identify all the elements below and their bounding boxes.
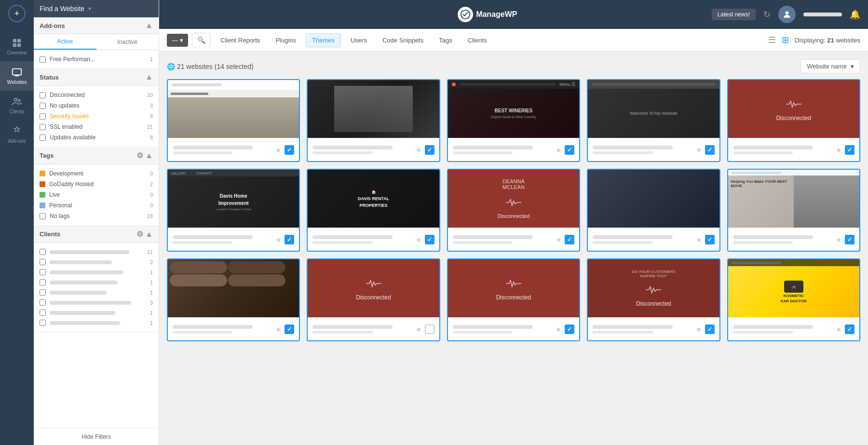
select-checkbox-9[interactable] <box>705 235 715 244</box>
status-no-updates[interactable]: No updates 3 <box>34 100 159 111</box>
website-card-1[interactable]: ★ <box>167 79 300 162</box>
website-card-11[interactable]: ★ <box>167 258 300 341</box>
select-checkbox-12[interactable] <box>425 324 434 334</box>
client-item-7[interactable]: 1 <box>34 308 159 318</box>
star-icon-12[interactable]: ★ <box>416 325 422 333</box>
clients-collapse-icon[interactable]: ▲ <box>145 230 153 239</box>
security-issues-checkbox[interactable] <box>40 113 46 120</box>
tab-code-snippets[interactable]: Code Snippets <box>377 34 429 47</box>
select-checkbox-5[interactable] <box>845 145 854 155</box>
tag-personal[interactable]: Personal 0 <box>34 200 159 211</box>
website-card-9[interactable]: ★ <box>587 169 720 252</box>
star-icon-5[interactable]: ★ <box>836 146 842 154</box>
free-performance-item[interactable]: Free Performan... 1 <box>34 54 159 65</box>
add-button[interactable]: + <box>8 5 26 22</box>
client-item-1[interactable]: 11 <box>34 247 159 257</box>
tab-tags[interactable]: Tags <box>433 34 458 47</box>
client-item-3[interactable]: 1 <box>34 267 159 277</box>
website-card-12[interactable]: Disconnected ★ <box>307 258 440 341</box>
tab-clients[interactable]: Clients <box>462 34 493 47</box>
status-section-header[interactable]: Status ▲ <box>34 69 159 86</box>
no-tags-checkbox[interactable] <box>40 213 46 219</box>
client-item-6[interactable]: 3 <box>34 297 159 308</box>
select-checkbox-11[interactable] <box>285 324 294 334</box>
select-checkbox-2[interactable] <box>425 145 434 155</box>
tab-client-reports[interactable]: Client Reports <box>215 34 266 47</box>
tab-inactive[interactable]: Inactive <box>96 34 159 50</box>
star-icon-3[interactable]: ★ <box>556 146 562 154</box>
tags-settings-icon[interactable]: ⚙ <box>136 151 143 160</box>
select-checkbox-15[interactable] <box>845 324 854 334</box>
star-icon-8[interactable]: ★ <box>556 236 562 243</box>
website-card-14[interactable]: DO YOUR CUSTOMERSINSPIRE YOU? Disconnect… <box>587 258 720 341</box>
star-icon-7[interactable]: ★ <box>416 236 422 243</box>
star-icon-10[interactable]: ★ <box>836 236 842 243</box>
tab-users[interactable]: Users <box>345 34 373 47</box>
select-checkbox-10[interactable] <box>845 235 854 244</box>
list-view-button[interactable]: ☰ <box>766 33 778 47</box>
select-checkbox-4[interactable] <box>705 145 715 155</box>
addons-section-header[interactable]: Add-ons ▲ <box>34 17 159 34</box>
star-icon-6[interactable]: ★ <box>275 236 282 243</box>
client-3-checkbox[interactable] <box>40 269 46 275</box>
user-avatar[interactable] <box>778 6 796 23</box>
website-card-6[interactable]: GALLERY CONTACT Davis Home Improvement L… <box>167 169 300 252</box>
select-checkbox-7[interactable] <box>425 235 434 244</box>
tag-godaddy[interactable]: GoDaddy Hosted 2 <box>34 179 159 189</box>
refresh-icon[interactable]: ↻ <box>763 9 771 20</box>
sidebar-item-websites[interactable]: Websites <box>0 61 34 91</box>
notifications-icon[interactable]: 🔔 <box>850 9 860 20</box>
tag-development[interactable]: Development 0 <box>34 168 159 179</box>
client-7-checkbox[interactable] <box>40 310 46 316</box>
sort-dropdown[interactable]: Website name ▾ <box>800 59 860 73</box>
star-icon-15[interactable]: ★ <box>836 325 842 333</box>
website-card-8[interactable]: DEANNAMCLEAN Disconnected ★ <box>447 169 580 252</box>
star-icon-9[interactable]: ★ <box>696 236 702 243</box>
select-checkbox-14[interactable] <box>705 324 715 334</box>
tag-live[interactable]: Live 0 <box>34 189 159 200</box>
select-checkbox-3[interactable] <box>565 145 574 155</box>
tab-active[interactable]: Active <box>34 34 96 50</box>
sidebar-item-addons[interactable]: Add-ons <box>0 120 34 149</box>
status-ssl-enabled[interactable]: SSL enabled 21 <box>34 121 159 132</box>
tab-plugins[interactable]: Plugins <box>270 34 302 47</box>
clients-settings-icon[interactable]: ⚙ <box>136 229 143 239</box>
website-card-2[interactable]: ★ <box>307 79 440 162</box>
select-checkbox-1[interactable] <box>285 145 294 155</box>
tab-themes[interactable]: Themes <box>306 33 341 47</box>
grid-view-button[interactable]: ⊞ <box>780 33 791 47</box>
client-item-4[interactable]: 1 <box>34 277 159 287</box>
star-icon-13[interactable]: ★ <box>556 325 562 333</box>
tag-no-tags[interactable]: No tags 19 <box>34 211 159 221</box>
website-card-4[interactable]: Welcome To My Website ★ <box>587 79 720 162</box>
news-badge[interactable]: Latest news! <box>712 9 756 20</box>
find-website-bar[interactable]: Find a Website ▾ <box>34 0 159 17</box>
client-5-checkbox[interactable] <box>40 289 46 296</box>
disconnected-checkbox[interactable] <box>40 92 46 98</box>
website-card-13[interactable]: Disconnected ★ <box>447 258 580 341</box>
star-icon-14[interactable]: ★ <box>696 325 702 333</box>
star-icon-11[interactable]: ★ <box>275 325 282 333</box>
website-card-5[interactable]: Disconnected ★ <box>727 79 860 162</box>
search-button[interactable]: 🔍 <box>192 33 211 47</box>
sidebar-item-overview[interactable]: Overview <box>0 32 34 61</box>
select-checkbox-6[interactable] <box>285 235 294 244</box>
client-6-checkbox[interactable] <box>40 299 46 306</box>
client-item-5[interactable]: 1 <box>34 287 159 297</box>
hide-filters-btn[interactable]: Hide Filters <box>34 428 159 445</box>
ssl-enabled-checkbox[interactable] <box>40 124 46 130</box>
client-2-checkbox[interactable] <box>40 259 46 265</box>
client-item-2[interactable]: 2 <box>34 257 159 267</box>
updates-available-checkbox[interactable] <box>40 135 46 141</box>
website-card-10[interactable]: Helping You Make YOUR NEXT MOVE ★ <box>727 169 860 252</box>
website-card-3[interactable]: Menu ☰ BEST WINERIES Expert Guide to Win… <box>447 79 580 162</box>
client-item-8[interactable]: 1 <box>34 318 159 328</box>
status-updates-available[interactable]: Updates available 8 <box>34 132 159 143</box>
status-disconnected[interactable]: Disconnected 10 <box>34 90 159 100</box>
client-8-checkbox[interactable] <box>40 320 46 326</box>
website-card-7[interactable]: 🏠 DAVIS RENTAL PROPERTIES ★ <box>307 169 440 252</box>
select-checkbox-8[interactable] <box>565 235 574 244</box>
client-1-checkbox[interactable] <box>40 249 46 255</box>
client-4-checkbox[interactable] <box>40 279 46 285</box>
no-updates-checkbox[interactable] <box>40 103 46 109</box>
